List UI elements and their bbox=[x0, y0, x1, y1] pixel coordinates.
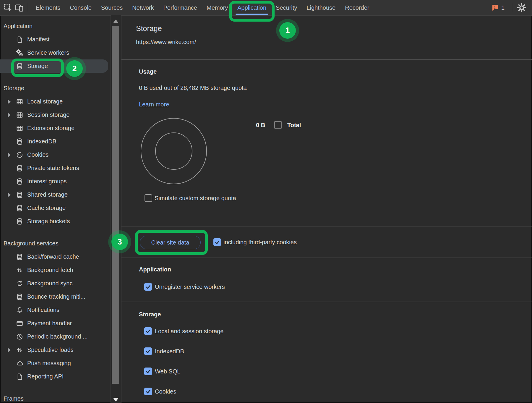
inspect-element-icon[interactable] bbox=[2, 2, 14, 13]
tab-label: Network bbox=[132, 4, 154, 11]
sidebar-item-periodic-background[interactable]: Periodic background ... bbox=[0, 330, 111, 343]
simulate-quota-checkbox[interactable] bbox=[145, 194, 152, 202]
sidebar-item-notifications[interactable]: Notifications bbox=[0, 303, 111, 317]
sidebar-item-push-messaging[interactable]: Push messaging bbox=[0, 357, 111, 370]
sidebar-item-speculative-loads[interactable]: Speculative loads bbox=[0, 343, 111, 357]
tab-label: Elements bbox=[36, 4, 60, 11]
sidebar-item-cookies[interactable]: Cookies bbox=[0, 148, 111, 161]
sidebar-item-label: Bounce tracking miti... bbox=[27, 293, 85, 300]
sidebar-item-storage[interactable]: Storage bbox=[0, 59, 108, 73]
checkbox-web-sql[interactable] bbox=[144, 368, 152, 375]
tab-performance[interactable]: Performance bbox=[159, 0, 202, 15]
application-section-heading: Application bbox=[139, 266, 171, 273]
tab-security[interactable]: Security bbox=[271, 0, 302, 15]
sidebar-item-private-state-tokens[interactable]: Private state tokens bbox=[0, 161, 111, 175]
tab-console[interactable]: Console bbox=[65, 0, 96, 15]
tab-label: Application bbox=[237, 4, 266, 11]
table-icon bbox=[16, 98, 24, 106]
disclosure-triangle-icon[interactable] bbox=[8, 153, 11, 157]
sidebar-section-title-storage: Storage bbox=[0, 82, 111, 95]
devtools-tabs: ElementsConsoleSourcesNetworkPerformance… bbox=[31, 0, 374, 15]
tab-recorder[interactable]: Recorder bbox=[340, 0, 374, 15]
scrollbar-up-arrow-icon[interactable] bbox=[113, 20, 119, 23]
cookie-icon bbox=[16, 151, 24, 159]
scrollbar-thumb[interactable] bbox=[112, 26, 119, 384]
sidebar-item-label: Speculative loads bbox=[27, 347, 74, 353]
tab-network[interactable]: Network bbox=[127, 0, 158, 15]
simulate-quota-label: Simulate custom storage quota bbox=[155, 194, 236, 202]
bell-icon bbox=[16, 306, 24, 314]
tab-label: Console bbox=[70, 4, 91, 11]
sidebar-item-background-fetch[interactable]: Background fetch bbox=[0, 263, 111, 277]
clock-icon bbox=[16, 333, 24, 341]
tab-memory[interactable]: Memory bbox=[202, 0, 233, 15]
divider bbox=[121, 226, 532, 226]
third-party-cookies-label: including third-party cookies bbox=[223, 238, 297, 246]
page-title: Storage bbox=[136, 24, 162, 33]
sidebar-item-indexeddb[interactable]: IndexedDB bbox=[0, 135, 111, 148]
cloud-icon bbox=[16, 359, 24, 367]
sidebar-item-interest-groups[interactable]: Interest groups bbox=[0, 175, 111, 188]
updown-arrows-icon bbox=[16, 266, 24, 274]
sidebar-item-manifest[interactable]: Manifest bbox=[0, 33, 111, 46]
sidebar-item-background-sync[interactable]: Background sync bbox=[0, 277, 111, 290]
database-icon bbox=[16, 204, 24, 212]
sidebar-item-label: Local storage bbox=[27, 98, 63, 105]
tab-label: Lighthouse bbox=[306, 4, 335, 11]
sidebar-item-bounce-tracking-miti[interactable]: Bounce tracking miti... bbox=[0, 290, 111, 303]
checkbox-cookies[interactable] bbox=[144, 388, 152, 395]
sidebar-item-label: IndexedDB bbox=[27, 138, 56, 145]
unregister-service-workers-checkbox[interactable] bbox=[144, 283, 152, 291]
sidebar-item-label: Periodic background ... bbox=[27, 333, 88, 340]
issues-button[interactable]: 1 bbox=[491, 4, 505, 12]
disclosure-triangle-icon[interactable] bbox=[8, 348, 11, 352]
sidebar-item-session-storage[interactable]: Session storage bbox=[0, 108, 111, 122]
gear-icon[interactable] bbox=[516, 2, 527, 13]
sidebar-item-service-workers[interactable]: Service workers bbox=[0, 46, 111, 59]
tab-application[interactable]: Application bbox=[233, 0, 271, 15]
tab-sources[interactable]: Sources bbox=[96, 0, 127, 15]
tab-elements[interactable]: Elements bbox=[31, 0, 65, 15]
sidebar-item-shared-storage[interactable]: Shared storage bbox=[0, 188, 111, 201]
sidebar-item-label: Cache storage bbox=[27, 205, 66, 211]
third-party-cookies-checkbox[interactable] bbox=[213, 238, 221, 246]
scrollbar-down-arrow-icon[interactable] bbox=[113, 398, 119, 402]
sidebar-item-reporting-api[interactable]: Reporting API bbox=[0, 370, 111, 383]
disclosure-triangle-icon[interactable] bbox=[8, 113, 11, 117]
usage-legend-label: Total bbox=[287, 121, 301, 129]
toolbar-separator bbox=[28, 3, 28, 12]
sidebar-item-storage-buckets[interactable]: Storage buckets bbox=[0, 215, 111, 228]
sidebar-scrollbar[interactable] bbox=[111, 15, 121, 403]
usage-donut-chart bbox=[140, 117, 208, 185]
checkbox-label: Cookies bbox=[155, 388, 176, 395]
unregister-service-workers-label: Unregister service workers bbox=[155, 283, 225, 291]
checkbox-indexeddb[interactable] bbox=[144, 347, 152, 355]
tab-label: Performance bbox=[163, 4, 197, 11]
sidebar-item-label: Reporting API bbox=[27, 373, 64, 380]
sidebar-item-extension-storage[interactable]: Extension storage bbox=[0, 122, 111, 135]
sidebar-item-local-storage[interactable]: Local storage bbox=[0, 95, 111, 108]
issues-count: 1 bbox=[501, 4, 505, 11]
device-toolbar-icon[interactable] bbox=[14, 2, 25, 13]
table-icon bbox=[16, 111, 24, 119]
checkbox-label: Local and session storage bbox=[155, 327, 223, 335]
disclosure-triangle-icon[interactable] bbox=[8, 99, 11, 104]
sidebar-item-label: Manifest bbox=[27, 36, 50, 43]
sidebar-item-label: Push messaging bbox=[27, 360, 71, 367]
tab-lighthouse[interactable]: Lighthouse bbox=[302, 0, 340, 15]
usage-heading: Usage bbox=[139, 68, 157, 75]
checkbox-local-and-session-storage[interactable] bbox=[144, 327, 152, 335]
disclosure-triangle-icon[interactable] bbox=[8, 192, 11, 197]
sidebar-item-back-forward-cache[interactable]: Back/forward cache bbox=[0, 250, 111, 263]
sidebar-item-cache-storage[interactable]: Cache storage bbox=[0, 201, 111, 215]
clear-site-data-button[interactable]: Clear site data bbox=[140, 236, 201, 249]
database-icon bbox=[16, 177, 24, 185]
sidebar-item-payment-handler[interactable]: Payment handler bbox=[0, 317, 111, 330]
usage-quota-text: 0 B used out of 28,482 MB storage quota bbox=[139, 85, 247, 91]
sidebar-item-label: Storage bbox=[27, 63, 48, 69]
sidebar-item-label: Shared storage bbox=[27, 191, 68, 198]
learn-more-link[interactable]: Learn more bbox=[139, 101, 169, 108]
sidebar-item-label: Private state tokens bbox=[27, 165, 79, 171]
checkbox-label: IndexedDB bbox=[155, 347, 184, 355]
sync-icon bbox=[16, 279, 24, 287]
